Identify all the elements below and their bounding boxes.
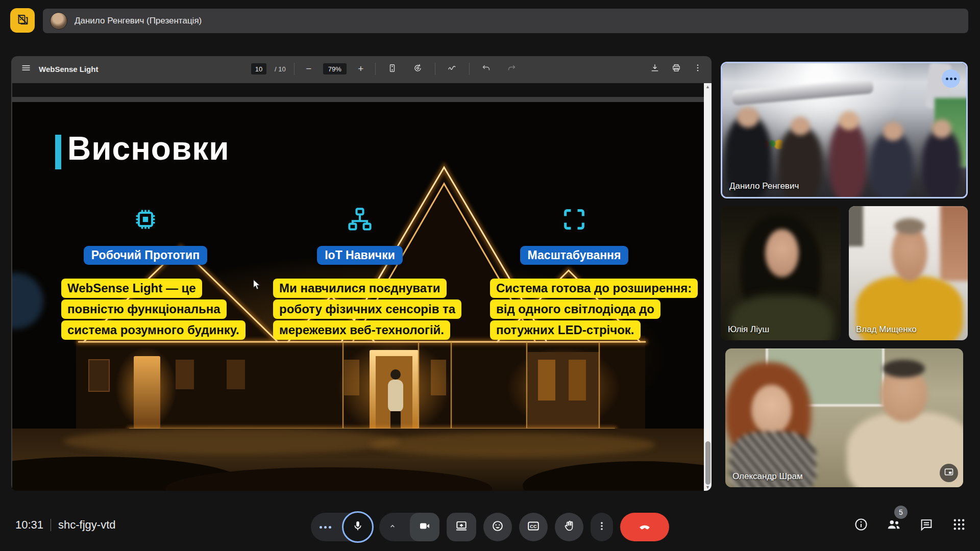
camera-button[interactable] <box>410 513 439 541</box>
participants-panel-button[interactable]: 5 <box>886 518 901 533</box>
slide-page: Висновки Робочий Прототип WebSense Light… <box>12 102 705 491</box>
highlight-line: Система готова до розширення: <box>490 279 698 298</box>
network-icon <box>347 206 373 233</box>
annotate-button[interactable] <box>444 60 461 78</box>
participant-name: Юлія Ліуш <box>728 324 769 335</box>
person-face <box>883 122 902 141</box>
mouse-cursor <box>252 279 261 292</box>
meeting-info: 10:31 shc-fjgy-vtd <box>15 518 116 532</box>
chat-icon <box>919 517 934 534</box>
mic-options-button[interactable] <box>320 526 331 529</box>
highlight-line: Ми навчилися поєднувати <box>273 279 447 298</box>
person-hair <box>883 360 925 378</box>
camera-options-button[interactable] <box>387 521 398 533</box>
chip-icon <box>132 206 159 233</box>
hand-icon <box>563 520 576 535</box>
raise-hand-button[interactable] <box>555 513 583 541</box>
person-face <box>751 385 792 435</box>
smiley-icon <box>491 519 504 535</box>
fit-page-button[interactable] <box>384 60 401 78</box>
cc-icon: CC <box>527 519 540 535</box>
redo-icon <box>507 63 517 75</box>
highlight-line: мережевих веб-технологій. <box>273 320 450 340</box>
present-screen-icon <box>455 519 468 535</box>
people-icon <box>886 517 901 534</box>
divider <box>51 519 51 531</box>
highlight-line: WebSense Light — це <box>61 279 202 298</box>
person-face <box>737 107 759 127</box>
toolbar-divider <box>375 63 376 75</box>
page-number-input[interactable]: 10 <box>251 63 266 74</box>
person-hair <box>894 218 925 235</box>
mic-button[interactable] <box>342 511 374 543</box>
scroll-down-arrow[interactable]: ▼ <box>704 484 712 491</box>
pip-icon <box>944 467 954 479</box>
download-button[interactable] <box>646 60 664 78</box>
hamburger-icon <box>21 63 31 75</box>
participant-tile-vlad[interactable]: Влад Мищенко <box>849 206 968 340</box>
zoom-out-button[interactable]: − <box>303 63 315 74</box>
presenter-name-label: Данило Ренгевич (Презентація) <box>75 16 202 26</box>
document-title: WebSense Light <box>39 65 98 73</box>
participant-name: Олександр Шрам <box>732 471 803 482</box>
download-icon <box>650 63 660 75</box>
rotate-icon <box>413 63 423 75</box>
expand-icon <box>561 206 587 233</box>
toolbar-divider <box>294 63 295 75</box>
slide-column-iot: IoT Навички Ми навчилися поєднувати робо… <box>273 206 447 341</box>
highlight-line: потужних LED-стрічок. <box>490 320 641 340</box>
more-vert-icon <box>596 520 607 534</box>
print-icon <box>671 63 681 75</box>
dot <box>946 78 948 80</box>
slide-title: Висновки <box>67 130 230 167</box>
pdf-scrollbar[interactable]: ▲ ▼ <box>704 83 712 491</box>
scroll-up-arrow[interactable]: ▲ <box>704 83 712 90</box>
call-controls: CC <box>311 511 669 543</box>
presentation-status-button[interactable] <box>10 8 35 33</box>
zoom-level-input[interactable]: 79% <box>323 63 347 74</box>
participant-name: Данило Ренгевич <box>729 181 799 191</box>
highlight-line: від одного світлодіода до <box>490 299 660 319</box>
zoom-in-button[interactable]: + <box>355 63 367 74</box>
redo-button[interactable] <box>503 60 521 78</box>
presentation-off-icon <box>16 13 30 29</box>
toolbar-more-button[interactable] <box>689 60 706 78</box>
menu-button[interactable] <box>17 60 35 78</box>
column-label: Робочий Прототип <box>84 246 207 265</box>
participant-tile-oleksandr[interactable]: Олександр Шрам <box>725 348 963 487</box>
meeting-details-button[interactable] <box>853 518 869 533</box>
mic-icon <box>352 520 364 534</box>
scrollbar-thumb[interactable] <box>705 441 710 485</box>
person-silhouette <box>829 122 866 198</box>
more-options-button[interactable] <box>591 513 613 541</box>
slide-column-scaling: Масштабування Система готова до розширен… <box>490 206 658 341</box>
participant-tile-danylo[interactable]: Данило Ренгевич <box>721 62 968 198</box>
highlight-line: система розумного будинку. <box>61 320 246 340</box>
chat-panel-button[interactable] <box>919 518 934 533</box>
dot <box>954 78 957 80</box>
info-icon <box>854 517 868 534</box>
presenter-avatar <box>50 12 67 30</box>
print-button[interactable] <box>668 60 685 78</box>
tile-options-button[interactable] <box>942 69 960 88</box>
undo-icon <box>481 63 491 75</box>
title-accent-bar <box>55 135 61 169</box>
fit-page-icon <box>387 63 397 75</box>
captions-button[interactable]: CC <box>519 513 548 541</box>
person-face <box>932 119 951 138</box>
person-face <box>839 111 859 130</box>
activities-button[interactable] <box>951 518 967 533</box>
meeting-code: shc-fjgy-vtd <box>58 518 115 532</box>
leave-call-button[interactable] <box>620 513 669 541</box>
rotate-page-button[interactable] <box>409 60 427 78</box>
person-silhouette <box>871 133 913 198</box>
present-button[interactable] <box>447 513 476 541</box>
reactions-button[interactable] <box>483 513 512 541</box>
grid-icon <box>952 517 966 534</box>
column-label: IoT Навички <box>317 246 403 265</box>
participant-tile-yuliia[interactable]: Юлія Ліуш <box>721 206 841 340</box>
person-silhouette <box>922 130 961 198</box>
picture-in-picture-button[interactable] <box>940 464 958 482</box>
highlight-line: повністю функціональна <box>61 299 227 319</box>
undo-button[interactable] <box>478 60 495 78</box>
